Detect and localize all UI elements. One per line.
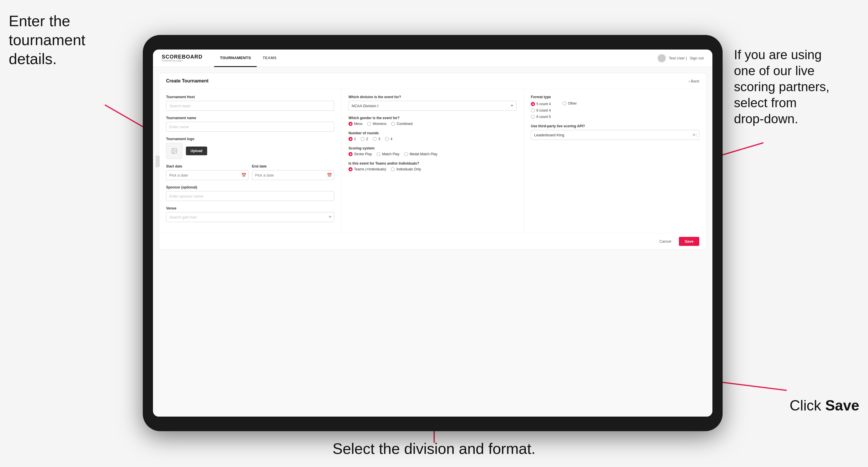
scoring-label: Scoring system [348, 146, 517, 150]
event-type-radio-group: Teams (+Individuals) Individuals Only [348, 167, 517, 171]
tournament-host-group: Tournament Host [166, 95, 334, 111]
division-label: Which division is the event for? [348, 95, 517, 99]
event-type-individuals[interactable]: Individuals Only [391, 167, 421, 171]
tournament-host-input[interactable] [166, 101, 334, 111]
rounds-2[interactable]: 2 [361, 137, 368, 141]
scoring-stroke-play[interactable]: Stroke Play [348, 152, 372, 156]
rounds-radio-group: 1 2 3 [348, 137, 517, 141]
format-6count4[interactable]: 6 count 4 [531, 108, 551, 113]
form-header: Create Tournament Back [159, 73, 706, 89]
scoring-radio-group: Stroke Play Match Play Medal Match Play [348, 152, 517, 156]
annotation-top-left: Enter the tournament details. [9, 12, 120, 68]
format-6count4-radio[interactable] [531, 108, 535, 113]
format-type-content: 5 count 4 6 count 4 6 count 5 [531, 101, 699, 119]
left-column: Tournament Host Tournament name [159, 89, 341, 233]
navbar-right: Test User | Sign out [658, 54, 704, 62]
start-date-label: Start date [166, 164, 249, 168]
third-party-clear-button[interactable]: ✕ [691, 132, 697, 138]
format-type-label: Format type [531, 95, 699, 99]
cancel-button[interactable]: Cancel [655, 237, 676, 246]
format-type-group: Format type 5 count 4 6 count [531, 95, 699, 119]
third-party-group: Use third-party live scoring API? ✕ ⋮ [531, 124, 699, 140]
create-tournament-form: Create Tournament Back Tournament Host [159, 73, 707, 250]
rounds-1[interactable]: 1 [348, 137, 356, 141]
sponsor-label: Sponsor (optional) [166, 185, 334, 189]
rounds-group: Number of rounds 1 2 [348, 131, 517, 141]
event-type-group: Is this event for Teams and/or Individua… [348, 161, 517, 171]
rounds-4[interactable]: 4 [385, 137, 393, 141]
sidebar-toggle[interactable] [156, 156, 160, 167]
gender-womens[interactable]: Womens [367, 122, 386, 126]
format-6count5-label: 6 count 5 [536, 115, 551, 119]
rounds-2-radio[interactable] [361, 137, 365, 141]
save-button[interactable]: Save [679, 237, 699, 246]
scoring-medal-match-play[interactable]: Medal Match Play [404, 152, 437, 156]
gender-mens-radio[interactable] [348, 122, 352, 126]
event-type-teams-radio[interactable] [348, 167, 352, 171]
scoring-stroke-play-radio[interactable] [348, 152, 352, 156]
scoring-match-play-radio[interactable] [376, 152, 380, 156]
sponsor-group: Sponsor (optional) [166, 185, 334, 201]
rounds-1-radio[interactable] [348, 137, 352, 141]
scoring-medal-match-play-label: Medal Match Play [410, 152, 437, 156]
end-date-input[interactable] [252, 170, 335, 180]
tournament-name-input[interactable] [166, 122, 334, 132]
form-title: Create Tournament [166, 79, 209, 84]
tab-tournaments[interactable]: TOURNAMENTS [214, 50, 257, 67]
rounds-2-label: 2 [366, 137, 368, 141]
back-link[interactable]: Back [688, 79, 699, 83]
form-footer: Cancel Save [159, 233, 706, 249]
scoring-group: Scoring system Stroke Play Match Play [348, 146, 517, 156]
user-text: Test User | [669, 56, 687, 60]
tournament-name-label: Tournament name [166, 116, 334, 120]
event-type-teams[interactable]: Teams (+Individuals) [348, 167, 386, 171]
logo-area: SCOREBOARD Powered by clipp'r [162, 54, 203, 62]
upload-button[interactable]: Upload [186, 147, 207, 155]
rounds-3[interactable]: 3 [373, 137, 380, 141]
format-6count5[interactable]: 6 count 5 [531, 115, 551, 119]
gender-label: Which gender is the event for? [348, 116, 517, 120]
division-select[interactable]: NCAA Division I [348, 101, 517, 111]
third-party-controls: ✕ ⋮ [694, 133, 698, 137]
format-other-label: Other [568, 101, 577, 105]
venue-input[interactable] [166, 212, 334, 222]
gender-womens-radio[interactable] [367, 122, 371, 126]
format-6count5-radio[interactable] [531, 115, 535, 119]
scoring-match-play[interactable]: Match Play [376, 152, 399, 156]
event-type-label: Is this event for Teams and/or Individua… [348, 161, 517, 165]
format-other[interactable]: Other [562, 101, 577, 105]
end-date-wrap: 📅 [252, 170, 335, 180]
format-6count4-label: 6 count 4 [536, 108, 551, 113]
scoring-stroke-play-label: Stroke Play [354, 152, 372, 156]
scoring-medal-match-play-radio[interactable] [404, 152, 408, 156]
gender-combined[interactable]: Combined [391, 122, 412, 126]
gender-combined-radio[interactable] [391, 122, 395, 126]
start-date-input[interactable] [166, 170, 249, 180]
navbar-left: SCOREBOARD Powered by clipp'r TOURNAMENT… [162, 50, 282, 67]
navbar: SCOREBOARD Powered by clipp'r TOURNAMENT… [153, 50, 712, 67]
logo-title: SCOREBOARD [162, 54, 203, 59]
sponsor-input[interactable] [166, 191, 334, 201]
tournament-host-label: Tournament Host [166, 95, 334, 99]
nav-tabs: TOURNAMENTS TEAMS [214, 50, 282, 67]
tab-teams[interactable]: TEAMS [257, 50, 282, 67]
middle-column: Which division is the event for? NCAA Di… [341, 89, 524, 233]
rounds-3-radio[interactable] [373, 137, 377, 141]
format-other-radio[interactable] [562, 101, 566, 105]
rounds-4-radio[interactable] [385, 137, 389, 141]
form-body: Tournament Host Tournament name [159, 89, 706, 233]
signout-link[interactable]: Sign out [690, 56, 704, 60]
logo-preview [166, 143, 182, 159]
third-party-field: ✕ ⋮ [531, 130, 699, 140]
format-5count4-radio[interactable] [531, 102, 535, 106]
event-type-individuals-radio[interactable] [391, 167, 395, 171]
user-avatar [658, 54, 666, 62]
date-group: Start date 📅 End date [166, 164, 334, 180]
gender-mens[interactable]: Mens [348, 122, 363, 126]
event-type-individuals-label: Individuals Only [396, 167, 421, 171]
logo-upload-area: Upload [166, 143, 334, 159]
third-party-input[interactable] [531, 130, 699, 140]
date-row: Start date 📅 End date [166, 164, 334, 180]
format-5count4[interactable]: 5 count 4 [531, 102, 551, 106]
scoring-match-play-label: Match Play [382, 152, 399, 156]
